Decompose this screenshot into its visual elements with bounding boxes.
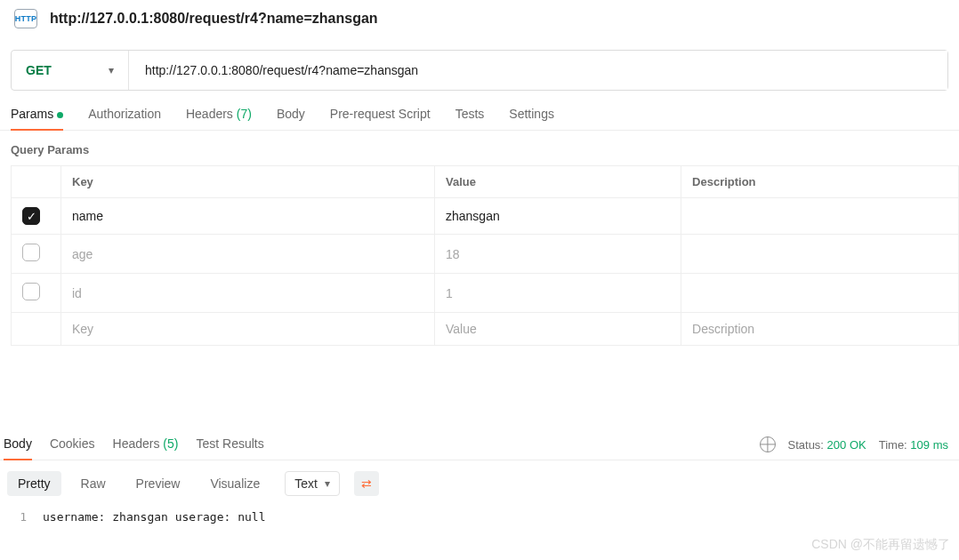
resp-headers-count: (5) xyxy=(163,436,178,451)
table-row-new[interactable]: Key Value Description xyxy=(12,313,959,346)
resp-headers-label: Headers xyxy=(113,436,160,451)
resp-tab-cookies[interactable]: Cookies xyxy=(50,436,95,460)
response-body[interactable]: 1 username: zhansgan userage: null xyxy=(0,507,959,536)
cell-value[interactable]: zhansgan xyxy=(435,198,681,235)
cell-desc[interactable] xyxy=(681,235,959,274)
row-checkbox[interactable] xyxy=(22,244,40,261)
view-raw[interactable]: Raw xyxy=(70,471,117,496)
request-row: GET ▾ xyxy=(11,50,948,91)
tab-title-bar: HTTP http://127.0.0.1:8080/request/r4?na… xyxy=(0,0,959,37)
cell-key[interactable]: age xyxy=(61,235,435,274)
cell-desc[interactable] xyxy=(681,274,959,313)
time-value: 109 ms xyxy=(910,438,948,452)
cell-key[interactable]: name xyxy=(61,198,435,235)
line-number: 1 xyxy=(7,510,27,524)
http-icon: HTTP xyxy=(14,9,37,28)
format-label: Text xyxy=(294,476,318,491)
cell-value[interactable]: 1 xyxy=(435,274,681,313)
response-toolbar: Pretty Raw Preview Visualize Text▾ ⇄ xyxy=(0,460,959,507)
cell-desc-placeholder[interactable]: Description xyxy=(681,313,959,346)
cell-key-placeholder[interactable]: Key xyxy=(61,313,435,346)
response-text: username: zhansgan userage: null xyxy=(43,510,265,524)
chevron-down-icon: ▾ xyxy=(325,477,330,490)
format-select[interactable]: Text▾ xyxy=(285,471,340,496)
cell-desc[interactable] xyxy=(681,198,959,235)
cell-value-placeholder[interactable]: Value xyxy=(435,313,681,346)
time-label: Time: xyxy=(879,438,907,452)
query-params-heading: Query Params xyxy=(0,131,959,165)
row-checkbox[interactable] xyxy=(22,207,40,225)
tab-headers-label: Headers xyxy=(186,107,233,121)
view-preview[interactable]: Preview xyxy=(125,471,191,496)
query-params-table: Key Value Description name zhansgan age … xyxy=(11,165,959,346)
col-check xyxy=(12,166,61,198)
wrap-lines-icon[interactable]: ⇄ xyxy=(354,471,379,496)
tab-authorization[interactable]: Authorization xyxy=(88,107,161,130)
status-value: 200 OK xyxy=(827,438,866,452)
table-row[interactable]: name zhansgan xyxy=(12,198,959,235)
resp-tab-headers[interactable]: Headers (5) xyxy=(113,436,179,460)
col-key: Key xyxy=(61,166,435,198)
globe-icon[interactable] xyxy=(760,436,776,452)
response-tabs-bar: Body Cookies Headers (5) Test Results St… xyxy=(0,420,959,460)
method-select[interactable]: GET ▾ xyxy=(12,51,129,90)
headers-count: (7) xyxy=(237,107,252,121)
tab-tests[interactable]: Tests xyxy=(455,107,485,130)
changed-dot-icon xyxy=(57,112,63,118)
view-visualize[interactable]: Visualize xyxy=(199,471,270,496)
resp-tab-tests[interactable]: Test Results xyxy=(196,436,263,460)
row-checkbox[interactable] xyxy=(22,283,40,300)
resp-tab-body[interactable]: Body xyxy=(4,436,32,460)
tab-headers[interactable]: Headers (7) xyxy=(186,107,252,130)
table-row[interactable]: age 18 xyxy=(12,235,959,274)
status-block[interactable]: Status: 200 OK xyxy=(788,438,866,452)
url-input[interactable] xyxy=(129,51,947,90)
col-value: Value xyxy=(435,166,681,198)
table-row[interactable]: id 1 xyxy=(12,274,959,313)
cell-key[interactable]: id xyxy=(61,274,435,313)
status-label: Status: xyxy=(788,438,824,452)
request-tabs: Params Authorization Headers (7) Body Pr… xyxy=(0,91,959,131)
request-title: http://127.0.0.1:8080/request/r4?name=zh… xyxy=(50,11,378,27)
method-label: GET xyxy=(26,63,52,77)
col-desc: Description xyxy=(681,166,959,198)
cell-value[interactable]: 18 xyxy=(435,235,681,274)
tab-settings[interactable]: Settings xyxy=(509,107,554,130)
tab-prerequest[interactable]: Pre-request Script xyxy=(330,107,431,130)
view-pretty[interactable]: Pretty xyxy=(7,471,61,496)
tab-params-label: Params xyxy=(11,107,53,121)
time-block[interactable]: Time: 109 ms xyxy=(879,438,948,452)
tab-params[interactable]: Params xyxy=(11,107,63,130)
chevron-down-icon: ▾ xyxy=(109,64,114,76)
tab-body[interactable]: Body xyxy=(277,107,305,130)
